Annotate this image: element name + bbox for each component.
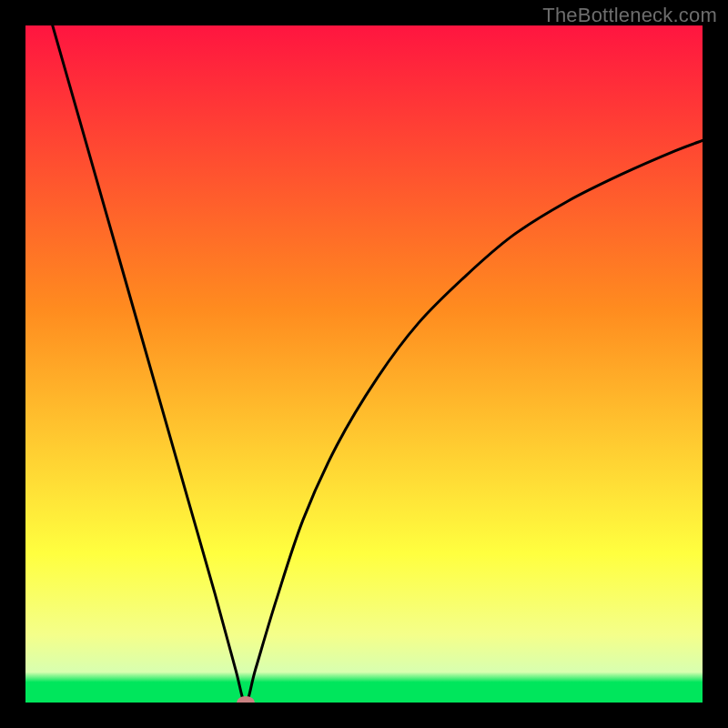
bottleneck-curve <box>25 25 703 703</box>
watermark-text: TheBottleneck.com <box>542 4 717 27</box>
optimum-marker <box>237 696 255 703</box>
chart-frame: TheBottleneck.com <box>0 0 728 728</box>
plot-area <box>25 25 703 703</box>
